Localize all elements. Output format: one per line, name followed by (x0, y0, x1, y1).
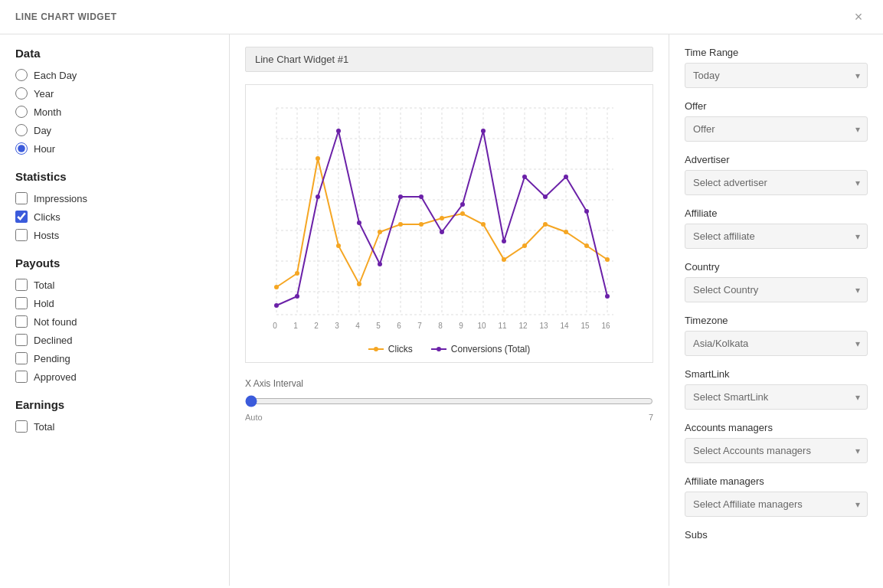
checkbox-impressions-label: Impressions (34, 193, 87, 204)
checkbox-clicks-input[interactable] (15, 211, 28, 223)
affiliate-select[interactable]: Select affiliate (685, 224, 868, 249)
checkbox-declined[interactable]: Declined (15, 334, 214, 346)
checkbox-approved-input[interactable] (15, 371, 28, 383)
accounts-managers-dropdown-wrapper: Select Accounts managers ▾ (685, 438, 868, 463)
checkbox-hold[interactable]: Hold (15, 297, 214, 309)
svg-point-26 (295, 271, 299, 276)
radio-hour[interactable]: Hour (15, 142, 214, 155)
checkbox-pending[interactable]: Pending (15, 352, 214, 364)
checkbox-hold-label: Hold (34, 298, 54, 309)
radio-month-input[interactable] (15, 106, 28, 118)
checkbox-earnings-total[interactable]: Total (15, 420, 214, 433)
checkbox-approved[interactable]: Approved (15, 371, 214, 383)
svg-text:14: 14 (560, 322, 569, 330)
svg-point-37 (522, 243, 527, 248)
affiliate-managers-select[interactable]: Select Affiliate managers (685, 492, 868, 517)
offer-select[interactable]: Offer (685, 116, 868, 142)
checkbox-hosts[interactable]: Hosts (15, 229, 214, 241)
smartlink-filter: SmartLink Select SmartLink ▾ (685, 368, 868, 410)
checkbox-pending-input[interactable] (15, 352, 28, 364)
legend-conversions: Conversions (Total) (431, 344, 530, 354)
advertiser-filter: Advertiser Select advertiser ▾ (685, 154, 868, 195)
svg-text:9: 9 (459, 322, 463, 330)
radio-year-input[interactable] (15, 87, 28, 100)
svg-point-38 (543, 222, 548, 227)
checkbox-impressions-input[interactable] (15, 192, 28, 204)
smartlink-dropdown-wrapper: Select SmartLink ▾ (685, 384, 868, 410)
checkbox-not-found[interactable]: Not found (15, 315, 214, 328)
checkbox-earnings-total-label: Total (34, 421, 54, 433)
timezone-select[interactable]: Asia/Kolkata UTC America/New_York (685, 331, 868, 356)
slider-max-label: 7 (649, 413, 653, 422)
radio-year-label: Year (34, 88, 54, 100)
checkbox-approved-label: Approved (34, 371, 77, 383)
checkbox-hosts-input[interactable] (15, 229, 28, 241)
country-select[interactable]: Select Country (685, 277, 868, 302)
svg-text:11: 11 (498, 322, 507, 330)
svg-text:5: 5 (376, 322, 381, 330)
svg-point-79 (437, 347, 441, 351)
radio-each-day[interactable]: Each Day (15, 69, 214, 81)
radio-day[interactable]: Day (15, 124, 214, 136)
svg-point-33 (440, 216, 444, 220)
legend-conversions-label: Conversions (Total) (451, 344, 530, 354)
slider-container: Auto 7 (245, 395, 653, 422)
checkbox-impressions[interactable]: Impressions (15, 192, 214, 204)
svg-text:1: 1 (293, 322, 298, 330)
checkbox-clicks[interactable]: Clicks (15, 211, 214, 223)
data-section-title: Data (15, 47, 214, 60)
checkbox-hosts-label: Hosts (34, 230, 59, 241)
checkbox-declined-input[interactable] (15, 334, 28, 346)
svg-point-53 (502, 239, 506, 243)
radio-hour-label: Hour (34, 143, 55, 155)
svg-point-34 (460, 211, 465, 216)
svg-point-45 (336, 129, 341, 133)
slider-labels: Auto 7 (245, 413, 653, 422)
time-range-select[interactable]: Today Yesterday Last 7 days Last 30 days… (685, 63, 868, 88)
advertiser-select[interactable]: Select advertiser (685, 170, 868, 195)
svg-point-51 (460, 202, 465, 207)
legend-clicks-label: Clicks (388, 344, 413, 354)
svg-text:7: 7 (417, 322, 422, 330)
payouts-checkbox-group: Total Hold Not found Declined Pending Ap… (15, 279, 214, 383)
svg-point-58 (605, 294, 610, 299)
legend-clicks: Clicks (368, 344, 413, 354)
checkbox-earnings-total-input[interactable] (15, 420, 28, 433)
right-panel: Time Range Today Yesterday Last 7 days L… (669, 34, 883, 586)
offer-filter: Offer Offer ▾ (685, 100, 868, 142)
svg-point-43 (295, 294, 299, 299)
checkbox-total-input[interactable] (15, 279, 28, 291)
timezone-label: Timezone (685, 315, 868, 326)
svg-point-35 (481, 222, 486, 227)
svg-point-31 (398, 222, 403, 227)
svg-point-29 (357, 282, 361, 286)
modal-title: LINE CHART WIDGET (15, 11, 117, 22)
svg-point-50 (440, 230, 444, 234)
checkbox-clicks-label: Clicks (34, 211, 61, 223)
radio-day-input[interactable] (15, 124, 28, 136)
close-button[interactable]: × (849, 8, 868, 26)
left-panel: Data Each Day Year Month Day Hour (0, 34, 230, 586)
svg-text:13: 13 (539, 322, 548, 330)
radio-hour-input[interactable] (15, 142, 28, 155)
svg-point-39 (564, 230, 568, 234)
x-axis-slider[interactable] (245, 395, 653, 407)
affiliate-label: Affiliate (685, 207, 868, 219)
svg-point-40 (584, 243, 589, 248)
checkbox-not-found-input[interactable] (15, 315, 28, 328)
radio-year[interactable]: Year (15, 87, 214, 100)
checkbox-not-found-label: Not found (34, 316, 77, 328)
accounts-managers-select[interactable]: Select Accounts managers (685, 438, 868, 463)
checkbox-hold-input[interactable] (15, 297, 28, 309)
radio-each-day-input[interactable] (15, 69, 28, 81)
subs-label: Subs (685, 529, 868, 541)
svg-point-48 (398, 194, 403, 199)
svg-point-44 (316, 194, 320, 199)
radio-month[interactable]: Month (15, 106, 214, 118)
widget-title-bar: Line Chart Widget #1 (245, 47, 653, 72)
statistics-checkbox-group: Impressions Clicks Hosts (15, 192, 214, 241)
smartlink-select[interactable]: Select SmartLink (685, 384, 868, 410)
center-panel: Line Chart Widget #1 .grid-line { stroke… (230, 34, 669, 586)
checkbox-total[interactable]: Total (15, 279, 214, 291)
data-radio-group: Each Day Year Month Day Hour (15, 69, 214, 155)
